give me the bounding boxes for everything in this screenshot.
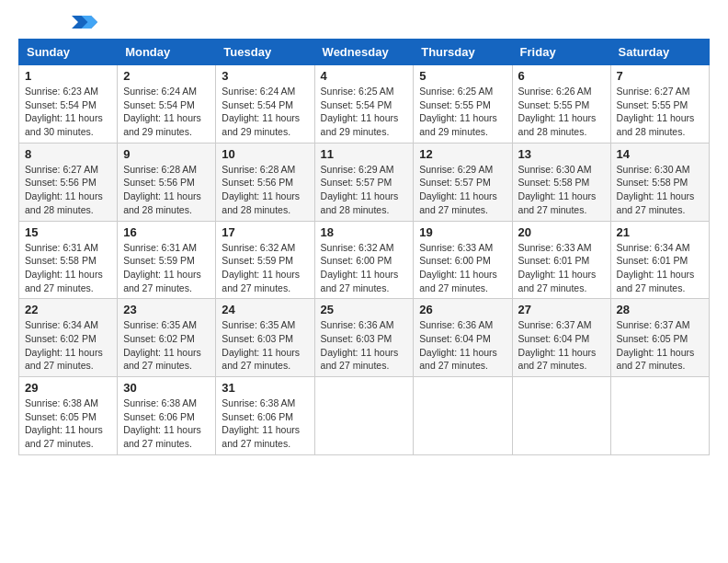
day-info: Sunrise: 6:29 AM Sunset: 5:57 PM Dayligh… (321, 163, 408, 217)
calendar-cell (512, 377, 610, 455)
day-number: 15 (25, 225, 111, 239)
calendar-cell: 2Sunrise: 6:24 AM Sunset: 5:54 PM Daylig… (118, 65, 216, 144)
day-info: Sunrise: 6:32 AM Sunset: 6:00 PM Dayligh… (321, 241, 408, 295)
day-info: Sunrise: 6:24 AM Sunset: 5:54 PM Dayligh… (123, 85, 210, 139)
day-number: 10 (222, 147, 308, 161)
logo-icon (72, 15, 97, 29)
calendar-cell: 22Sunrise: 6:34 AM Sunset: 6:02 PM Dayli… (19, 299, 118, 377)
calendar-cell: 17Sunrise: 6:32 AM Sunset: 5:59 PM Dayli… (216, 221, 314, 299)
day-info: Sunrise: 6:35 AM Sunset: 6:02 PM Dayligh… (123, 318, 210, 373)
calendar-cell: 4Sunrise: 6:25 AM Sunset: 5:54 PM Daylig… (314, 65, 414, 144)
calendar-cell: 5Sunrise: 6:25 AM Sunset: 5:55 PM Daylig… (414, 65, 512, 144)
day-number: 31 (222, 381, 308, 395)
calendar-cell: 28Sunrise: 6:37 AM Sunset: 6:05 PM Dayli… (610, 299, 709, 377)
day-info: Sunrise: 6:25 AM Sunset: 5:55 PM Dayligh… (419, 85, 506, 139)
day-number: 11 (321, 147, 408, 161)
day-number: 25 (321, 303, 408, 316)
day-info: Sunrise: 6:23 AM Sunset: 5:54 PM Dayligh… (25, 85, 111, 139)
calendar-cell: 6Sunrise: 6:26 AM Sunset: 5:55 PM Daylig… (512, 65, 610, 144)
calendar-cell: 23Sunrise: 6:35 AM Sunset: 6:02 PM Dayli… (118, 299, 216, 377)
calendar-cell: 31Sunrise: 6:38 AM Sunset: 6:06 PM Dayli… (216, 377, 314, 455)
day-header-wednesday: Wednesday (314, 40, 414, 65)
day-info: Sunrise: 6:27 AM Sunset: 5:56 PM Dayligh… (25, 163, 111, 217)
week-row-4: 22Sunrise: 6:34 AM Sunset: 6:02 PM Dayli… (19, 299, 710, 377)
week-row-1: 1Sunrise: 6:23 AM Sunset: 5:54 PM Daylig… (19, 65, 710, 144)
day-number: 14 (617, 147, 703, 161)
day-header-monday: Monday (118, 40, 216, 65)
day-info: Sunrise: 6:25 AM Sunset: 5:54 PM Dayligh… (321, 85, 408, 139)
day-info: Sunrise: 6:27 AM Sunset: 5:55 PM Dayligh… (617, 85, 703, 139)
day-info: Sunrise: 6:34 AM Sunset: 6:01 PM Dayligh… (617, 241, 703, 295)
day-number: 30 (123, 381, 210, 395)
week-row-3: 15Sunrise: 6:31 AM Sunset: 5:58 PM Dayli… (19, 221, 710, 299)
day-number: 28 (617, 303, 703, 316)
calendar-cell: 24Sunrise: 6:35 AM Sunset: 6:03 PM Dayli… (216, 299, 314, 377)
calendar-cell: 18Sunrise: 6:32 AM Sunset: 6:00 PM Dayli… (314, 221, 414, 299)
day-number: 29 (25, 381, 111, 395)
day-number: 1 (25, 69, 111, 83)
day-number: 5 (419, 69, 506, 83)
day-info: Sunrise: 6:28 AM Sunset: 5:56 PM Dayligh… (123, 163, 210, 217)
calendar-table: SundayMondayTuesdayWednesdayThursdayFrid… (18, 39, 710, 455)
day-info: Sunrise: 6:31 AM Sunset: 5:59 PM Dayligh… (123, 241, 210, 295)
day-number: 26 (419, 303, 506, 316)
day-info: Sunrise: 6:24 AM Sunset: 5:54 PM Dayligh… (222, 85, 308, 139)
day-info: Sunrise: 6:37 AM Sunset: 6:05 PM Dayligh… (617, 318, 703, 373)
day-number: 24 (222, 303, 308, 316)
day-header-friday: Friday (512, 40, 610, 65)
day-info: Sunrise: 6:38 AM Sunset: 6:06 PM Dayligh… (123, 396, 210, 451)
calendar-cell: 3Sunrise: 6:24 AM Sunset: 5:54 PM Daylig… (216, 65, 314, 144)
week-row-2: 8Sunrise: 6:27 AM Sunset: 5:56 PM Daylig… (19, 143, 710, 221)
calendar-cell: 11Sunrise: 6:29 AM Sunset: 5:57 PM Dayli… (314, 143, 414, 221)
day-info: Sunrise: 6:36 AM Sunset: 6:03 PM Dayligh… (321, 318, 408, 373)
calendar-cell (414, 377, 512, 455)
day-number: 7 (617, 69, 703, 83)
calendar-header-row: SundayMondayTuesdayWednesdayThursdayFrid… (19, 40, 710, 65)
week-row-5: 29Sunrise: 6:38 AM Sunset: 6:05 PM Dayli… (19, 377, 710, 455)
day-info: Sunrise: 6:31 AM Sunset: 5:58 PM Dayligh… (25, 241, 111, 295)
day-number: 20 (518, 225, 605, 239)
day-number: 19 (419, 225, 506, 239)
day-number: 6 (518, 69, 605, 83)
day-number: 17 (222, 225, 308, 239)
calendar-cell: 14Sunrise: 6:30 AM Sunset: 5:58 PM Dayli… (610, 143, 709, 221)
day-number: 23 (123, 303, 210, 316)
calendar-cell: 30Sunrise: 6:38 AM Sunset: 6:06 PM Dayli… (118, 377, 216, 455)
calendar-cell: 7Sunrise: 6:27 AM Sunset: 5:55 PM Daylig… (610, 65, 709, 144)
day-info: Sunrise: 6:34 AM Sunset: 6:02 PM Dayligh… (25, 318, 111, 373)
calendar-cell: 16Sunrise: 6:31 AM Sunset: 5:59 PM Dayli… (118, 221, 216, 299)
day-info: Sunrise: 6:29 AM Sunset: 5:57 PM Dayligh… (419, 163, 506, 217)
day-number: 2 (123, 69, 210, 83)
calendar-cell: 9Sunrise: 6:28 AM Sunset: 5:56 PM Daylig… (118, 143, 216, 221)
calendar-cell: 13Sunrise: 6:30 AM Sunset: 5:58 PM Dayli… (512, 143, 610, 221)
calendar-cell: 25Sunrise: 6:36 AM Sunset: 6:03 PM Dayli… (314, 299, 414, 377)
day-number: 18 (321, 225, 408, 239)
day-header-thursday: Thursday (414, 40, 512, 65)
day-info: Sunrise: 6:30 AM Sunset: 5:58 PM Dayligh… (617, 163, 703, 217)
day-number: 8 (25, 147, 111, 161)
calendar-cell: 19Sunrise: 6:33 AM Sunset: 6:00 PM Dayli… (414, 221, 512, 299)
day-info: Sunrise: 6:26 AM Sunset: 5:55 PM Dayligh… (518, 85, 605, 139)
day-number: 13 (518, 147, 605, 161)
calendar-cell: 21Sunrise: 6:34 AM Sunset: 6:01 PM Dayli… (610, 221, 709, 299)
calendar-cell (610, 377, 709, 455)
calendar-cell (314, 377, 414, 455)
day-info: Sunrise: 6:33 AM Sunset: 6:00 PM Dayligh… (419, 241, 506, 295)
calendar-cell: 10Sunrise: 6:28 AM Sunset: 5:56 PM Dayli… (216, 143, 314, 221)
day-info: Sunrise: 6:28 AM Sunset: 5:56 PM Dayligh… (222, 163, 308, 217)
day-info: Sunrise: 6:37 AM Sunset: 6:04 PM Dayligh… (518, 318, 605, 373)
calendar-cell: 1Sunrise: 6:23 AM Sunset: 5:54 PM Daylig… (19, 65, 118, 144)
day-header-tuesday: Tuesday (216, 40, 314, 65)
day-info: Sunrise: 6:38 AM Sunset: 6:05 PM Dayligh… (25, 396, 111, 451)
day-number: 21 (617, 225, 703, 239)
day-info: Sunrise: 6:32 AM Sunset: 5:59 PM Dayligh… (222, 241, 308, 295)
page-header (18, 18, 710, 29)
day-number: 3 (222, 69, 308, 83)
day-number: 4 (321, 69, 408, 83)
day-number: 22 (25, 303, 111, 316)
day-header-saturday: Saturday (610, 40, 709, 65)
day-number: 27 (518, 303, 605, 316)
calendar-body: 1Sunrise: 6:23 AM Sunset: 5:54 PM Daylig… (19, 65, 710, 455)
calendar-cell: 29Sunrise: 6:38 AM Sunset: 6:05 PM Dayli… (19, 377, 118, 455)
calendar-cell: 27Sunrise: 6:37 AM Sunset: 6:04 PM Dayli… (512, 299, 610, 377)
